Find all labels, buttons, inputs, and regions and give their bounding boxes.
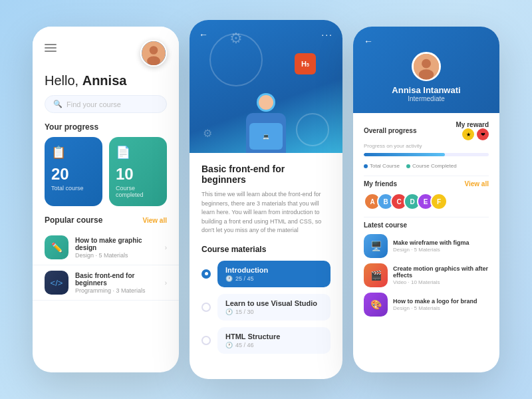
material-item-2[interactable]: Learn to use Visual Studio 🕐 15 / 30 [201,294,331,321]
completed-course-card[interactable]: 📄 10 Course completed [109,137,167,206]
material-radio-1 [201,269,211,279]
friends-title: My friends [364,180,397,188]
material-card-3: HTML Structure 🕐 45 / 46 [217,327,331,354]
legend: Total Course Course Completed [364,163,489,169]
friend-6: F [430,193,448,210]
material-item-3[interactable]: HTML Structure 🕐 45 / 46 [201,327,331,354]
overall-title: Overall progress [364,127,416,134]
deco-circle-2 [296,113,329,146]
svg-point-5 [419,69,434,80]
hamburger-menu[interactable] [45,44,57,52]
search-icon: 🔍 [53,100,63,108]
completed-number: 10 [116,165,160,184]
material-progress-2: 🕐 15 / 30 [225,309,323,315]
profile-avatar-wrap: Annisa Intanwati Intermediate [364,52,489,102]
latest-meta-2: Video · 10 Materials [393,279,489,285]
profile-level: Intermediate [408,95,445,102]
divider-1 [364,176,489,176]
progress-cards: 📋 20 Total course 📄 10 Course completed [33,137,179,215]
popular-title: Popular course [45,215,102,225]
progress-bar-bg [364,153,489,156]
progress-bar-wrap [364,153,489,156]
profile-name: Annisa Intanwati [392,85,460,95]
latest-info-1: Make wireframe with figma Design · 5 Mat… [393,239,489,253]
material-radio-3 [201,336,211,345]
latest-course-3[interactable]: 🎨 How to make a logo for brand Design · … [364,293,489,317]
back-button-3[interactable]: ← [364,36,489,47]
latest-thumb-3: 🎨 [364,293,388,317]
course-info-1: How to make graphic design Design · 5 Ma… [75,237,158,259]
latest-thumb-2: 🎬 [364,263,388,287]
latest-meta-3: Design · 5 Materials [393,305,489,311]
svg-point-2 [147,57,160,66]
reward-title: My reward [456,121,489,128]
course-icon: 📋 [51,145,96,160]
course-detail-desc: This time we will learn about the front-… [201,190,331,235]
course-meta-2: Programming · 3 Materials [75,287,158,294]
latest-title: Latest course [364,221,489,229]
clock-icon-1: 🕐 [225,275,233,282]
person-illustration: 💻 [246,93,286,153]
friends-header: My friends View all [364,180,489,188]
course-meta-1: Design · 5 Materials [75,252,158,259]
back-button[interactable]: ← [199,29,208,40]
course-name-2: Basic front-end for beginners [75,272,158,287]
latest-course-2[interactable]: 🎬 Create motion graphics with after effe… [364,263,489,287]
badge-gold: ★ [462,128,474,140]
overall-row: Overall progress My reward ★ ❤ [364,121,489,140]
divider-2 [364,217,489,217]
latest-name-2: Create motion graphics with after effect… [393,265,489,279]
completed-label: Course completed [116,185,160,198]
latest-info-2: Create motion graphics with after effect… [393,265,489,285]
material-progress-3: 🕐 45 / 46 [225,342,323,348]
course-info-2: Basic front-end for beginners Programmin… [75,272,158,294]
html5-badge: H5 [295,53,316,74]
progress-section-title: Your progress [33,122,179,137]
chevron-icon-2: › [165,279,167,287]
search-bar[interactable]: 🔍 Find your course [45,95,167,113]
total-course-number: 20 [51,165,96,184]
legend-dot-blue [364,164,368,168]
popular-header: Popular course View all [33,215,179,230]
legend-dot-teal [406,164,410,168]
material-name-1: Introduction [225,266,323,274]
gear-icon-2: ⚙ [203,127,212,140]
course-detail-title: Basic front-end for beginners [201,164,331,185]
popular-view-all[interactable]: View all [142,217,167,224]
friends-view-all[interactable]: View all [464,180,489,188]
svg-point-1 [150,46,158,55]
latest-name-3: How to make a logo for brand [393,298,489,305]
reward-badges: ★ ❤ [462,128,489,140]
friends-avatars: A B C D E F [364,193,489,210]
avatar[interactable] [140,40,167,66]
badge-red: ❤ [477,128,489,140]
legend-total: Total Course [364,163,400,169]
latest-course-1[interactable]: 🖥️ Make wireframe with figma Design · 5 … [364,234,489,258]
materials-title: Course materials [201,245,331,254]
material-name-2: Learn to use Visual Studio [225,299,323,307]
greeting: Hello, Annisa [33,73,179,95]
material-item-1[interactable]: Introduction 🕐 25 / 45 [201,261,331,287]
svg-point-4 [422,59,431,68]
clock-icon-3: 🕐 [225,342,233,348]
latest-info-3: How to make a logo for brand Design · 5 … [393,298,489,311]
material-radio-2 [201,303,211,312]
username: Annisa [82,73,127,88]
card-home: Hello, Annisa 🔍 Find your course Your pr… [33,27,179,372]
card1-header [33,27,179,73]
popular-course-1[interactable]: ✏️ How to make graphic design Design · 5… [33,230,179,265]
course-thumb-2: </> [45,271,68,295]
overall-subtitle: Progress on your activity [364,143,489,149]
chevron-icon-1: › [165,244,167,251]
legend-completed: Course Completed [406,163,457,169]
more-options-button[interactable]: ··· [321,29,333,40]
popular-course-2[interactable]: </> Basic front-end for beginners Progra… [33,265,179,301]
total-course-label: Total course [51,185,96,192]
card3-hero: ← Annisa Intanwati Intermediate [353,27,499,113]
completed-icon: 📄 [116,145,160,160]
course-thumb-1: ✏️ [45,235,68,259]
latest-meta-1: Design · 5 Materials [393,247,489,253]
profile-avatar [412,52,441,81]
total-course-card[interactable]: 📋 20 Total course [45,137,102,206]
search-input[interactable]: Find your course [66,100,121,108]
